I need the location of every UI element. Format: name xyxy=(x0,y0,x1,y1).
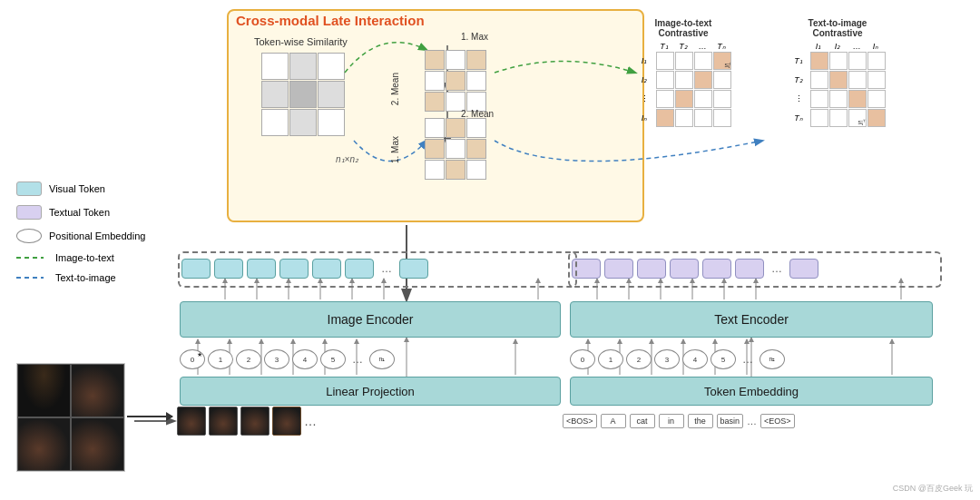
token-eos: <EOS> xyxy=(760,414,795,428)
oval-3-img: 3 xyxy=(264,349,289,369)
legend-textual-token: Textual Token xyxy=(16,205,145,220)
max-label-left: 1. Max xyxy=(390,136,400,163)
img2text-contrastive: Image-to-textContrastive T₁ T₂ … Tₙ I₁ I… xyxy=(635,18,731,127)
textual-token-label: Textual Token xyxy=(49,207,110,218)
grid-cell xyxy=(261,109,289,136)
grid-cell xyxy=(261,53,289,80)
patch-row: … xyxy=(177,407,317,436)
positional-embedding-icon xyxy=(16,229,42,243)
img2text-legend-label: Image-to-text xyxy=(55,252,114,263)
image-encoder-box: Image Encoder xyxy=(180,301,561,338)
bottom-result-grid xyxy=(425,118,486,180)
text2img-legend-label: Text-to-image xyxy=(55,272,116,283)
text-encoder-label: Text Encoder xyxy=(714,312,789,327)
legend: Visual Token Textual Token Positional Em… xyxy=(16,181,145,283)
n1n2-label: n₁×n₂ xyxy=(336,154,358,164)
oval-ellipsis-img: … xyxy=(352,353,363,366)
patch-2 xyxy=(209,407,238,436)
top-result-grid xyxy=(425,50,486,112)
grid-cell xyxy=(289,81,317,108)
legend-text2img-arrow: Text-to-image xyxy=(16,272,145,283)
oval-2-img: 2 xyxy=(236,349,261,369)
token-ellipsis: … xyxy=(747,416,757,426)
linear-projection-box: Linear Projection xyxy=(180,377,561,406)
oval-1-img: 1 xyxy=(208,349,233,369)
oval-n2-txt: n₂ xyxy=(760,349,785,369)
positional-embedding-label: Positional Embedding xyxy=(49,230,145,241)
crossmodal-title: Cross-modal Late Interaction xyxy=(236,13,425,28)
grid-cell xyxy=(261,81,289,108)
cat-patch-1 xyxy=(17,364,71,417)
token-embedding-label: Token Embedding xyxy=(704,385,799,398)
watermark: CSDN @百皮Geek 玩 xyxy=(893,483,973,495)
oval-ellipsis-txt: … xyxy=(742,353,753,366)
oval-0-txt: 0 xyxy=(570,349,595,369)
max-label-top: 1. Max xyxy=(461,32,488,42)
image-encoder-label: Image Encoder xyxy=(328,312,414,327)
patch-3 xyxy=(240,407,270,436)
token-wise-label: Token-wise Similarity xyxy=(254,36,348,47)
oval-3-txt: 3 xyxy=(654,349,680,369)
token-in: in xyxy=(659,414,684,428)
cat-patch-3 xyxy=(17,417,71,471)
text-input-row: <BOS> A cat in the basin … <EOS> xyxy=(563,414,795,428)
cat-to-patch-arrow xyxy=(127,416,172,417)
oval-5-img: 5 xyxy=(320,349,346,369)
legend-visual-token: Visual Token xyxy=(16,181,145,196)
token-embedding-box: Token Embedding xyxy=(570,377,933,406)
dashed-box-text xyxy=(568,251,942,288)
legend-img2text-arrow: Image-to-text xyxy=(16,252,145,263)
mean-label-top: 2. Mean xyxy=(461,109,494,119)
oval-2-txt: 2 xyxy=(626,349,652,369)
grid-cell xyxy=(289,109,317,136)
legend-positional-embedding: Positional Embedding xyxy=(16,229,145,243)
image-oval-row: 0 ★ 1 2 3 4 5 … n₁ xyxy=(180,349,395,369)
mean-label-left: 2. Mean xyxy=(390,73,400,105)
token-cat: cat xyxy=(630,414,655,428)
text-encoder-box: Text Encoder xyxy=(570,301,933,338)
grid-cell xyxy=(318,81,345,108)
oval-0-img: 0 ★ xyxy=(180,349,205,369)
patch-1 xyxy=(177,407,206,436)
grid-cell xyxy=(289,53,317,80)
patch-ellipsis: … xyxy=(304,414,317,428)
cat-patch-4 xyxy=(71,417,124,471)
green-dashed-line xyxy=(16,257,44,259)
token-bos: <BOS> xyxy=(563,414,597,428)
visual-token-label: Visual Token xyxy=(49,183,105,194)
text-oval-row: 0 1 2 3 4 5 … n₂ xyxy=(570,349,785,369)
similarity-grid xyxy=(261,53,345,136)
oval-4-txt: 4 xyxy=(682,349,708,369)
txt2img-contrastive: Text-to-imageContrastive I₁ I₂ … Iₙ T₁ T… xyxy=(789,18,886,127)
cat-patch-2 xyxy=(71,364,124,417)
grid-cell xyxy=(318,53,345,80)
textual-token-icon xyxy=(16,205,42,220)
oval-n1-img: n₁ xyxy=(369,349,395,369)
token-a: A xyxy=(601,414,626,428)
visual-token-icon xyxy=(16,181,42,196)
dashed-box-image xyxy=(178,251,577,288)
grid-cell xyxy=(318,109,345,136)
blue-dashed-line xyxy=(16,277,44,279)
token-basin: basin xyxy=(717,414,744,428)
oval-5-txt: 5 xyxy=(710,349,736,369)
cat-image xyxy=(16,363,125,472)
oval-1-txt: 1 xyxy=(598,349,623,369)
patch-4 xyxy=(272,407,301,436)
linear-projection-label: Linear Projection xyxy=(326,385,415,398)
token-the: the xyxy=(688,414,713,428)
oval-4-img: 4 xyxy=(292,349,318,369)
